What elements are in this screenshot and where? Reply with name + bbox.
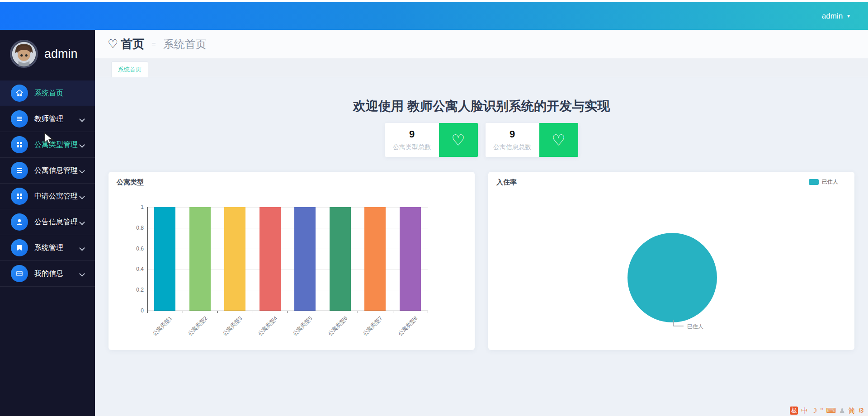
breadcrumb-separator: =	[151, 40, 156, 48]
heart-button[interactable]: ♡	[539, 123, 578, 157]
user-menu-label: admin	[822, 12, 843, 21]
sidebar-item-6[interactable]: 公告信息管理	[0, 209, 95, 235]
profile-username: admin	[44, 47, 78, 61]
x-axis-category-label: 公寓类型4	[256, 315, 279, 338]
x-axis-tick	[253, 311, 253, 313]
list-icon	[11, 162, 28, 179]
chevron-down-icon	[79, 271, 85, 277]
stat-value: 9	[409, 128, 415, 140]
sidebar-item-3[interactable]: 公寓类型管理	[0, 132, 95, 158]
y-axis-tick-label: 1	[141, 204, 147, 210]
card-icon	[11, 265, 28, 282]
x-axis-tick	[393, 311, 393, 313]
book-icon	[11, 239, 28, 256]
x-axis-tick	[217, 311, 218, 313]
x-axis-category-label: 公寓类型2	[186, 315, 209, 338]
stat-card-2: 9公寓信息总数♡	[486, 123, 578, 157]
pie-label-line	[670, 319, 688, 329]
bar-chart-plot: 00.20.40.60.81公寓类型1公寓类型2公寓类型3公寓类型4公寓类型5公…	[108, 172, 475, 350]
stat-label: 公寓信息总数	[493, 143, 531, 151]
stat-text: 9公寓信息总数	[486, 123, 539, 157]
x-axis-category-label: 公寓类型5	[291, 315, 314, 338]
y-axis-tick-label: 0.2	[136, 287, 147, 293]
sidebar-item-label: 申请公寓管理	[34, 192, 80, 201]
x-axis-tick	[288, 311, 288, 313]
x-axis-category-label: 公寓类型7	[361, 315, 384, 338]
sidebar-item-label: 公寓类型管理	[34, 140, 80, 150]
ime-simplified-icon[interactable]: 简	[849, 407, 855, 415]
ime-moon-icon[interactable]: ☽	[811, 407, 817, 415]
ime-toolbar: 极中☽'' ⌨♟简⚙	[790, 406, 864, 415]
person-icon	[11, 213, 28, 231]
bar-公寓类型2	[189, 207, 211, 311]
avatar	[10, 40, 38, 68]
tab-bar: 系统首页	[95, 58, 868, 77]
chevron-down-icon	[79, 142, 85, 148]
x-axis-tick	[358, 311, 358, 313]
user-menu[interactable]: admin ▼	[822, 12, 851, 21]
heart-button[interactable]: ♡	[439, 123, 478, 157]
heart-outline-icon: ♡	[552, 131, 565, 149]
profile: admin	[0, 30, 95, 77]
bar-chart-card: 公寓类型 00.20.40.60.81公寓类型1公寓类型2公寓类型3公寓类型4公…	[108, 172, 475, 350]
x-axis-tick	[183, 311, 183, 313]
sidebar-item-5[interactable]: 申请公寓管理	[0, 184, 95, 209]
x-axis-category-label: 公寓类型8	[396, 315, 420, 338]
breadcrumb-current: 系统首页	[163, 37, 207, 52]
stat-value: 9	[509, 128, 515, 140]
chevron-down-icon	[79, 245, 85, 251]
ime-punctuation-icon[interactable]: ''	[821, 407, 823, 415]
ime-keyboard-icon[interactable]: ⌨	[826, 407, 836, 415]
y-axis-line	[147, 207, 148, 311]
x-axis-tick	[323, 311, 323, 313]
chevron-down-icon	[79, 194, 85, 199]
sidebar-item-1[interactable]: 系统首页	[0, 80, 95, 106]
x-axis-tick	[428, 311, 428, 313]
chevron-down-icon	[79, 219, 85, 225]
heart-outline-icon: ♡	[451, 131, 465, 149]
ime-chinese-icon[interactable]: 中	[801, 407, 808, 415]
sidebar-item-7[interactable]: 系统管理	[0, 235, 95, 261]
chevron-down-icon: ▼	[846, 14, 851, 19]
sidebar-item-8[interactable]: 我的信息	[0, 261, 95, 287]
x-axis-category-label: 公寓类型1	[151, 315, 174, 338]
topbar: admin ▼	[0, 0, 868, 30]
sidebar-item-2[interactable]: 教师管理	[0, 106, 95, 132]
legend-label: 已住人	[822, 178, 838, 186]
bar-公寓类型7	[364, 207, 386, 311]
stat-text: 9公寓类型总数	[385, 123, 439, 157]
sidebar-item-label: 教师管理	[34, 114, 80, 124]
bar-公寓类型6	[330, 207, 351, 311]
sidebar-item-4[interactable]: 公寓信息管理	[0, 158, 95, 184]
grid-icon	[11, 188, 28, 205]
pie-legend[interactable]: 已住人	[809, 178, 838, 186]
y-axis-tick-label: 0	[141, 307, 147, 314]
chevron-down-icon	[79, 168, 85, 174]
page-header: ♡ 首页 = 系统首页	[95, 30, 868, 58]
welcome-title: 欢迎使用 教师公寓人脸识别系统的开发与实现	[95, 98, 868, 115]
list-icon	[11, 110, 28, 128]
y-axis-tick-label: 0.4	[136, 266, 147, 272]
sidebar-menu: 系统首页教师管理公寓类型管理公寓信息管理申请公寓管理公告信息管理系统管理我的信息	[0, 80, 95, 287]
page-title: 首页	[121, 36, 144, 52]
y-axis-tick-label: 0.8	[136, 225, 147, 231]
bar-公寓类型5	[294, 207, 316, 311]
ime-person-icon[interactable]: ♟	[839, 407, 845, 415]
pie-slice-label: 已住人	[687, 323, 703, 331]
bar-公寓类型3	[224, 207, 245, 311]
sidebar-item-label: 公寓信息管理	[34, 166, 80, 175]
tab-system-home[interactable]: 系统首页	[111, 61, 148, 77]
home-icon	[11, 85, 28, 102]
y-axis-tick-label: 0.6	[136, 246, 147, 252]
x-axis-category-label: 公寓类型6	[326, 315, 349, 338]
ime-logo-icon[interactable]: 极	[790, 407, 798, 415]
stats-row: 9公寓类型总数♡9公寓信息总数♡	[95, 123, 868, 157]
legend-swatch	[809, 179, 819, 185]
sidebar-item-label: 系统管理	[34, 243, 80, 253]
x-axis-tick	[147, 311, 148, 313]
x-axis-category-label: 公寓类型3	[221, 315, 244, 338]
bar-公寓类型1	[154, 207, 175, 311]
grid-icon	[11, 136, 28, 153]
ime-settings-icon[interactable]: ⚙	[859, 407, 864, 415]
pie-chart-card: 入住率 已住人 已住人	[488, 172, 854, 350]
